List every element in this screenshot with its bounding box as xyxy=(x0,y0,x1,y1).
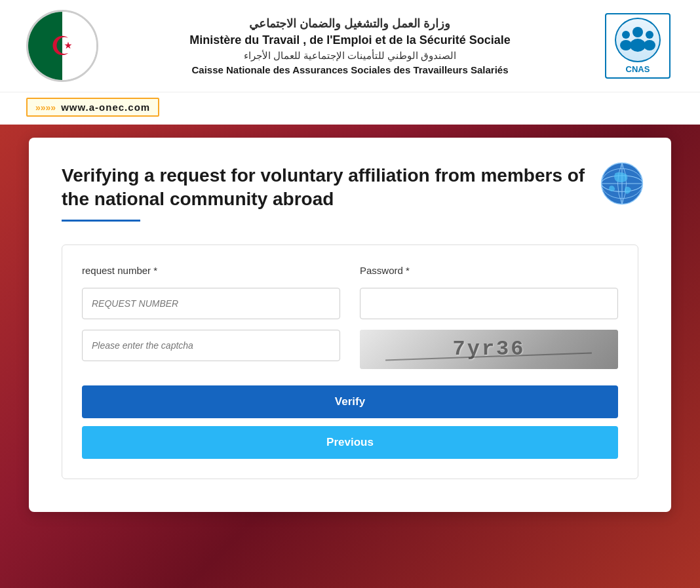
cnas-logo-container: CNAS xyxy=(602,13,674,79)
url-bar-container: »»»» www.a-onec.com xyxy=(0,92,700,125)
verify-button[interactable]: Verify xyxy=(82,385,618,418)
svg-point-5 xyxy=(644,40,655,50)
request-number-input-group xyxy=(82,288,340,319)
arabic-subtitle: الصندوق الوطني للتأمينات الإجتماعية للعم… xyxy=(111,50,589,62)
header-titles: وزارة العمل والتشغيل والضمان الاجتماعي M… xyxy=(98,16,602,75)
svg-point-3 xyxy=(620,40,632,50)
password-input-group xyxy=(360,288,618,319)
svg-point-0 xyxy=(632,27,643,37)
form-labels-row: request number * Password * xyxy=(82,265,618,281)
url-arrows: »»»» xyxy=(35,102,56,113)
url-text: www.a-onec.com xyxy=(61,102,150,113)
request-number-group: request number * xyxy=(82,265,340,281)
form-container: request number * Password * 7yr36 xyxy=(62,245,638,479)
captcha-image: 7yr36 xyxy=(360,330,618,369)
cnas-logo: CNAS xyxy=(605,13,671,79)
request-number-input[interactable] xyxy=(82,288,340,319)
french-subtitle: Caisse Nationale des Assurances Sociales… xyxy=(111,64,589,75)
password-group-label: Password * xyxy=(360,265,618,281)
flag-crescent: ☪ xyxy=(50,33,74,59)
arabic-title: وزارة العمل والتشغيل والضمان الاجتماعي xyxy=(111,16,589,31)
globe-icon-container xyxy=(599,161,645,206)
cnas-emblem xyxy=(615,18,661,62)
form-inputs-row xyxy=(82,288,618,319)
header: ☪ وزارة العمل والتشغيل والضمان الاجتماعي… xyxy=(0,0,700,92)
svg-point-2 xyxy=(622,31,630,39)
globe-icon xyxy=(599,161,645,206)
cnas-people-icon xyxy=(618,20,657,60)
captcha-row: 7yr36 xyxy=(82,330,618,369)
algeria-flag-logo: ☪ xyxy=(26,10,98,82)
french-title: Ministère du Travail , de l'Emploi et de… xyxy=(111,33,589,47)
cnas-text: CNAS xyxy=(626,64,650,74)
request-number-label: request number * xyxy=(82,265,340,276)
title-underline xyxy=(62,220,140,222)
previous-button[interactable]: Previous xyxy=(82,426,618,459)
password-label: Password * xyxy=(360,265,618,276)
captcha-input[interactable] xyxy=(82,330,340,361)
password-input[interactable] xyxy=(360,288,618,319)
svg-point-4 xyxy=(646,31,653,39)
url-bar: »»»» www.a-onec.com xyxy=(26,98,159,117)
page-title: Verifying a request for voluntary affili… xyxy=(62,164,612,212)
svg-point-1 xyxy=(630,39,646,52)
main-content: Verifying a request for voluntary affili… xyxy=(29,138,671,512)
captcha-input-wrap xyxy=(82,330,340,369)
